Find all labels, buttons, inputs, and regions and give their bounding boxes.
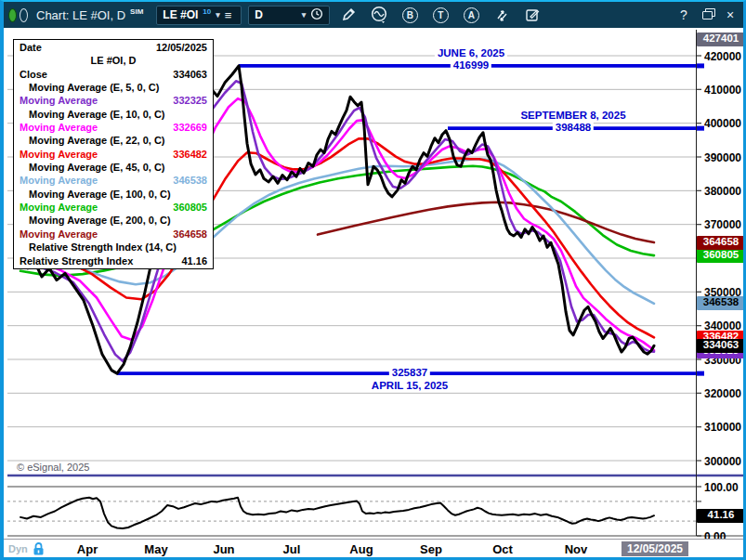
chart-style-button[interactable] (367, 5, 391, 25)
chevron-down-icon[interactable]: ▾ (216, 10, 220, 20)
data-panel-value: 332325 (173, 94, 207, 107)
data-panel-label: Close (20, 68, 47, 81)
chart-window: Chart: LE #OI, D SIM LE #OI 10 ▾ ≡ D ▾ B… (0, 0, 746, 560)
trendline-date-label: JUNE 6, 2025 (435, 47, 507, 59)
data-panel-row: Moving Average (E, 10, 0, C) (14, 108, 213, 121)
data-panel-row: Moving Average360805 (14, 201, 213, 214)
trendline-axis-marker (697, 126, 704, 131)
month-label: Oct (492, 542, 513, 556)
price-axis-label: 370000 (704, 218, 741, 231)
trendline-axis-marker (697, 63, 704, 68)
data-panel-row: Date12/05/2025 (14, 41, 213, 54)
price-axis-label: 310000 (704, 421, 741, 434)
data-panel-label: Moving Average (20, 94, 98, 107)
symbol-input[interactable]: LE #OI 10 ▾ ≡ (156, 6, 242, 25)
text-tool-button[interactable]: T (428, 5, 452, 25)
trendline-date-label: APRIL 15, 2025 (369, 380, 451, 391)
trendline-value-label: 325837 (389, 367, 430, 378)
price-tag: 360805 (697, 249, 745, 263)
month-label: Aug (349, 542, 373, 556)
notes-button[interactable] (520, 5, 544, 25)
menu-icon[interactable]: ≡ (225, 8, 232, 22)
series-rsi-14 (20, 498, 654, 528)
data-panel-label: Moving Average (20, 174, 98, 187)
price-axis-label: 420000 (704, 50, 741, 63)
data-panel-row: Moving Average (E, 5, 0, C) (14, 81, 213, 94)
price-axis-label: 390000 (704, 151, 741, 164)
data-panel-value: 364658 (173, 228, 207, 241)
data-panel-row: Moving Average (E, 22, 0, C) (14, 134, 213, 147)
data-panel-label: Moving Average (E, 100, 0, C) (29, 188, 171, 201)
month-label: Sep (420, 542, 442, 556)
data-panel-row: Relative Strength Index41.16 (14, 254, 213, 267)
letter-b-icon: B (402, 7, 418, 23)
lock-icon[interactable] (32, 541, 46, 560)
sim-badge: SIM (130, 7, 143, 16)
trendline-axis-marker (697, 371, 704, 376)
data-panel-row: Moving Average (E, 200, 0, C) (14, 214, 213, 227)
data-panel-value: 346538 (173, 174, 207, 187)
dyn-toggle[interactable]: Dyn (8, 543, 28, 554)
data-panel-label: Moving Average (20, 201, 98, 214)
status-ellipse-icon (8, 8, 17, 22)
price-axis-label: 320000 (704, 387, 741, 400)
month-label: Nov (565, 542, 588, 556)
link-ellipse-icon (20, 8, 28, 22)
data-panel-label: Moving Average (E, 10, 0, C) (29, 108, 165, 121)
month-label: Jul (283, 542, 301, 556)
window-title: Chart: LE #OI, D (36, 8, 125, 22)
swap-symbols-button[interactable] (490, 5, 514, 25)
data-panel-row: Moving Average364658 (14, 228, 213, 241)
titlebar: Chart: LE #OI, D SIM LE #OI 10 ▾ ≡ D ▾ B… (4, 2, 743, 28)
data-panel-label: Moving Average (E, 200, 0, C) (29, 214, 171, 227)
help-button[interactable]: ? (674, 5, 694, 25)
data-panel-value: 334063 (173, 68, 207, 81)
data-panel-label: Moving Average (E, 5, 0, C) (29, 81, 159, 94)
time-axis-bar[interactable]: Dyn AprMayJunJulAugSepOctNov 12/05/2025 (4, 539, 746, 559)
data-panel-row: Moving Average336482 (14, 148, 213, 161)
interval-select[interactable]: D ▾ (248, 6, 330, 25)
data-panel-row: Relative Strength Index (14, C) (14, 241, 213, 254)
data-panel-row: Moving Average332325 (14, 94, 213, 107)
trendline-date-label: SEPTEMBER 8, 2025 (517, 110, 628, 121)
month-label: May (144, 542, 167, 556)
price-tag: 41.16 (697, 509, 745, 523)
data-panel-row: Close334063 (14, 68, 213, 81)
close-button[interactable]: × (720, 5, 740, 25)
copyright-text: © eSignal, 2025 (17, 462, 89, 473)
data-panel-label: LE #OI, D (91, 54, 137, 67)
data-panel-label: Moving Average (20, 121, 98, 134)
month-label: Jun (213, 542, 234, 556)
data-panel-label: Date (20, 41, 42, 54)
price-axis-label: 380000 (704, 185, 741, 198)
interval-value: D (255, 8, 263, 21)
bar-tool-button[interactable]: B (398, 5, 422, 25)
data-panel-label: Relative Strength Index (20, 254, 133, 267)
price-axis-label: 300000 (704, 455, 741, 468)
cursor-date-tag: 12/05/2025 (622, 541, 688, 556)
symbol-superscript: 10 (203, 7, 211, 16)
draw-pencil-button[interactable] (336, 5, 360, 25)
data-panel-label: Moving Average (E, 22, 0, C) (29, 134, 165, 147)
data-panel-row: Moving Average346538 (14, 174, 213, 187)
data-panel-label: Moving Average (20, 148, 98, 161)
clock-icon[interactable] (310, 7, 323, 23)
letter-a-icon: A (464, 7, 479, 23)
cursor-data-panel: Date12/05/2025LE #OI, DClose334063Moving… (13, 39, 214, 269)
data-panel-label: Moving Average (E, 45, 0, C) (29, 161, 165, 174)
rsi-axis-label: 100.00 (704, 481, 739, 494)
trendline-value-label: 398488 (553, 122, 594, 133)
price-axis-label: 410000 (704, 84, 741, 97)
data-panel-row: LE #OI, D (14, 54, 213, 67)
symbol-value: LE #OI (163, 8, 198, 21)
price-tag: 364658 (697, 236, 745, 250)
annotation-tool-button[interactable]: A (459, 5, 483, 25)
restore-window-button[interactable] (697, 5, 717, 25)
chevron-down-icon[interactable]: ▾ (302, 10, 307, 20)
data-panel-value: 41.16 (181, 254, 207, 267)
data-panel-value: 332669 (173, 121, 207, 134)
month-label: Apr (77, 542, 98, 556)
trendline-value-label: 416999 (451, 59, 491, 71)
price-axis-label: 400000 (704, 117, 741, 130)
data-panel-label: Relative Strength Index (14, C) (29, 241, 177, 254)
